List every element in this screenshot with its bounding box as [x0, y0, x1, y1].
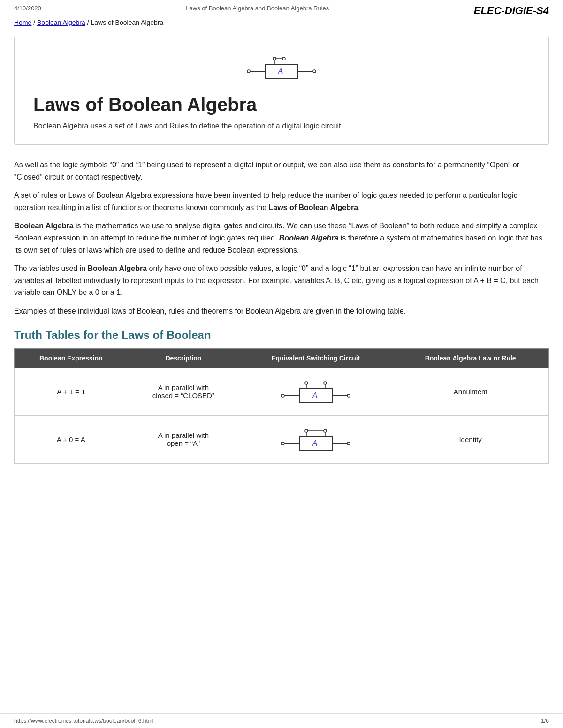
svg-point-28 [324, 429, 327, 432]
svg-point-19 [282, 394, 284, 397]
breadcrumb-current: Laws of Boolean Algebra [91, 19, 163, 26]
date-label: 4/10/2020 [14, 5, 41, 12]
svg-point-17 [305, 382, 308, 384]
truth-table-title: Truth Tables for the Laws of Boolean [14, 329, 549, 342]
hero-circuit: A [33, 50, 530, 83]
cell-description: A in parallel withopen = “A” [128, 415, 239, 463]
col-header-circuit: Equivalent Switching Circuit [239, 348, 392, 368]
site-id: ELEC-DIGIE-S4 [474, 5, 549, 17]
svg-point-8 [247, 70, 250, 73]
circuit-open-svg: A [278, 422, 353, 455]
paragraph-3: Boolean Algebra is the mathematics we us… [14, 220, 549, 256]
paragraph-2: A set of rules or Laws of Boolean Algebr… [14, 189, 549, 213]
svg-point-9 [313, 70, 316, 73]
svg-point-6 [273, 57, 276, 60]
cell-circuit: A [239, 415, 392, 463]
footer-page: 1/6 [541, 718, 549, 724]
hero-circuit-svg: A [244, 50, 319, 83]
circuit-closed-svg: A [278, 375, 353, 407]
breadcrumb-section[interactable]: Boolean Algebra [37, 19, 85, 26]
cell-expression: A + 0 = A [15, 415, 128, 463]
cell-law: Identity [392, 415, 549, 463]
breadcrumb-home[interactable]: Home [14, 19, 31, 26]
bottom-bar: https://www.electronics-tutorials.ws/boo… [0, 713, 563, 728]
breadcrumb: Home / Boolean Algebra / Laws of Boolean… [0, 19, 563, 31]
paragraph-5: Examples of these individual laws of Boo… [14, 305, 549, 317]
svg-text:A: A [312, 391, 317, 399]
table-row: A + 1 = 1 A in parallel withclosed = “CL… [15, 368, 549, 415]
truth-table: Boolean Expression Description Equivalen… [14, 348, 549, 464]
svg-point-27 [305, 429, 308, 432]
col-header-law: Boolean Algebra Law or Rule [392, 348, 549, 368]
paragraph-1: As well as the logic symbols “0” and “1”… [14, 159, 549, 183]
footer-url: https://www.electronics-tutorials.ws/boo… [14, 718, 153, 724]
page-title-header: Laws of Boolean Algebra and Boolean Alge… [186, 5, 329, 12]
col-header-expression: Boolean Expression [15, 348, 128, 368]
svg-point-32 [347, 442, 350, 445]
hero-box: A Laws of Boolean Algebra Boolean Algebr… [14, 36, 549, 145]
content-area: As well as the logic symbols “0” and “1”… [0, 154, 563, 492]
table-row: A + 0 = A A in parallel withopen = “A” A [15, 415, 549, 463]
col-header-description: Description [128, 348, 239, 368]
cell-description: A in parallel withclosed = “CLOSED” [128, 368, 239, 415]
hero-title: Laws of Boolean Algebra [33, 94, 530, 115]
svg-point-31 [282, 442, 284, 445]
hero-description: Boolean Algebra uses a set of Laws and R… [33, 122, 530, 130]
cell-expression: A + 1 = 1 [15, 368, 128, 415]
paragraph-4: The variables used in Boolean Algebra on… [14, 263, 549, 299]
svg-text:A: A [312, 439, 317, 447]
svg-point-20 [347, 394, 350, 397]
cell-circuit: A [239, 368, 392, 415]
top-bar: 4/10/2020 Laws of Boolean Algebra and Bo… [0, 0, 563, 19]
svg-point-18 [324, 382, 327, 384]
svg-point-7 [282, 57, 285, 60]
cell-law: Annulment [392, 368, 549, 415]
svg-text:A: A [278, 67, 283, 75]
